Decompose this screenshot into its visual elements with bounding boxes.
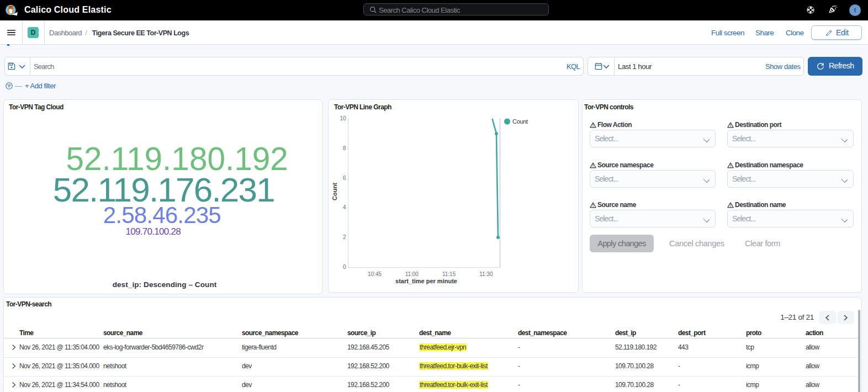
svg-text:10: 10 (340, 115, 346, 121)
svg-text:6: 6 (343, 175, 346, 181)
svg-text:10:45: 10:45 (368, 271, 382, 277)
svg-text:8: 8 (343, 145, 346, 151)
svg-text:11:15: 11:15 (442, 271, 456, 277)
svg-text:start_time per minute: start_time per minute (395, 278, 457, 284)
svg-text:4: 4 (343, 204, 346, 210)
svg-text:Count: Count (512, 118, 528, 125)
svg-text:Count: Count (331, 183, 338, 200)
svg-text:2: 2 (343, 234, 346, 240)
svg-text:0: 0 (343, 264, 346, 270)
svg-text:11:00: 11:00 (405, 271, 419, 277)
svg-text:11:30: 11:30 (479, 271, 493, 277)
